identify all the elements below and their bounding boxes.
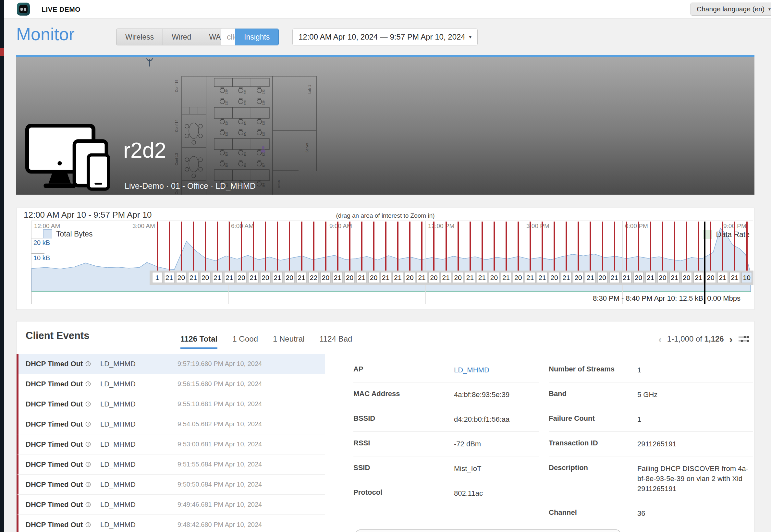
failure-count-bucket[interactable]: 20: [705, 272, 716, 283]
failure-event-bar: [229, 222, 230, 271]
failure-count-bucket[interactable]: 21: [248, 272, 259, 283]
event-settings-icon[interactable]: [738, 334, 750, 344]
detail-value: -72 dBm: [454, 439, 481, 449]
event-tab-1126-total[interactable]: 1126 Total: [180, 334, 217, 349]
x-tick-label: 12:00 AM: [34, 223, 60, 230]
failure-count-bucket[interactable]: 20: [200, 272, 211, 283]
failure-count-bucket[interactable]: 21: [609, 272, 620, 283]
failure-count-bucket[interactable]: 21: [561, 272, 572, 283]
event-row[interactable]: DHCP Timed OutLD_MHMD9:54:05.682 PM Apr …: [17, 414, 325, 434]
y-tick: [31, 238, 44, 238]
tab-wired[interactable]: Wired: [163, 29, 200, 45]
event-tab-1124-bad[interactable]: 1124 Bad: [319, 334, 352, 349]
failure-count-bucket[interactable]: 21: [465, 272, 476, 283]
failure-count-bucket[interactable]: 20: [597, 272, 608, 283]
failure-event-bar: [494, 222, 495, 271]
failure-count-bucket[interactable]: 20: [489, 272, 500, 283]
detail-value-link[interactable]: LD_MHMD: [454, 365, 489, 375]
detail-label: BSSID: [353, 414, 454, 424]
tab-wireless[interactable]: Wireless: [116, 29, 163, 45]
event-tab-1-neutral[interactable]: 1 Neutral: [273, 334, 304, 349]
failure-count-bucket[interactable]: 20: [260, 272, 271, 283]
event-row[interactable]: DHCP Timed OutLD_MHMD9:53:00.681 PM Apr …: [17, 434, 325, 454]
failure-count-bucket[interactable]: 20: [344, 272, 355, 283]
failure-count-bucket[interactable]: 1: [152, 272, 163, 283]
tab-insights[interactable]: Insights: [235, 29, 279, 45]
failure-count-bucket[interactable]: 21: [525, 272, 536, 283]
failure-count-bucket[interactable]: 20: [428, 272, 440, 283]
failure-count-bucket[interactable]: 21: [537, 272, 548, 283]
failure-count-bucket[interactable]: 21: [585, 272, 596, 283]
failure-count-bucket[interactable]: 21: [272, 272, 283, 283]
event-row[interactable]: DHCP Timed OutLD_MHMD9:57:19.680 PM Apr …: [17, 354, 325, 374]
brand-logo-icon[interactable]: [17, 3, 30, 16]
failure-count-bucket[interactable]: 21: [645, 272, 656, 283]
event-ap: LD_MHMD: [100, 521, 177, 529]
detail-value: 802.11ac: [454, 488, 483, 498]
failure-count-bucket[interactable]: 20: [549, 272, 560, 283]
failure-count-bucket[interactable]: 21: [224, 272, 235, 283]
failure-count-bucket[interactable]: 21: [356, 272, 367, 283]
failure-count-bucket[interactable]: 20: [368, 272, 379, 283]
failure-count-bucket[interactable]: 20: [681, 272, 692, 283]
next-page-button[interactable]: ›: [729, 335, 733, 343]
date-range-selector[interactable]: 12:00 AM Apr 10, 2024 — 9:57 PM Apr 10, …: [292, 29, 478, 45]
failure-count-bucket[interactable]: 20: [176, 272, 187, 283]
failure-event-bar: [566, 222, 567, 271]
failure-count-bucket[interactable]: 21: [296, 272, 307, 283]
failure-count-bucket[interactable]: 21: [380, 272, 392, 283]
event-row[interactable]: DHCP Timed OutLD_MHMD9:51:55.684 PM Apr …: [17, 454, 325, 475]
failure-count-bucket[interactable]: 21: [392, 272, 404, 283]
failure-count-bucket[interactable]: 21: [621, 272, 632, 283]
event-row[interactable]: DHCP Timed OutLD_MHMD9:55:10.681 PM Apr …: [17, 394, 325, 414]
event-row[interactable]: DHCP Timed OutLD_MHMD9:50:50.684 PM Apr …: [17, 475, 325, 495]
event-tab-1-good[interactable]: 1 Good: [232, 334, 258, 349]
failure-count-bucket[interactable]: 20: [657, 272, 668, 283]
load-more-button[interactable]: [355, 529, 621, 532]
detail-row: Failure Count1: [549, 407, 753, 431]
event-ap: LD_MHMD: [100, 440, 177, 449]
desk-number: 123: [262, 132, 265, 136]
failure-count-bucket[interactable]: 21: [717, 272, 728, 283]
event-row[interactable]: DHCP Timed OutLD_MHMD9:56:15.680 PM Apr …: [17, 374, 325, 394]
failure-count-bucket[interactable]: 21: [669, 272, 680, 283]
chart-plot[interactable]: 12:00 AM3:00 AM6:00 AM9:00 AM12:00 PM3:0…: [31, 221, 753, 304]
failure-count-bucket[interactable]: 21: [164, 272, 175, 283]
failure-count-bucket[interactable]: 10: [741, 272, 752, 283]
phone-icon: [88, 155, 108, 189]
failure-count-bucket[interactable]: 22: [308, 272, 319, 283]
failure-count-bucket[interactable]: 20: [404, 272, 416, 283]
failure-count-bucket[interactable]: 21: [440, 272, 452, 283]
page-title: Monitor: [16, 24, 75, 44]
event-row[interactable]: DHCP Timed OutLD_MHMD9:48:42.680 PM Apr …: [17, 515, 325, 532]
failure-count-bucket[interactable]: 20: [513, 272, 524, 283]
attachment-icon: [85, 461, 91, 467]
failure-count-bucket[interactable]: 21: [729, 272, 740, 283]
failure-count-bucket[interactable]: 20: [573, 272, 584, 283]
failure-count-bucket[interactable]: 21: [477, 272, 488, 283]
failure-count-bucket[interactable]: 21: [693, 272, 704, 283]
failure-count-bucket[interactable]: 21: [332, 272, 343, 283]
failure-count-bucket[interactable]: 20: [453, 272, 464, 283]
event-row[interactable]: DHCP Timed OutLD_MHMD9:49:46.681 PM Apr …: [17, 495, 325, 515]
failure-count-bucket[interactable]: 21: [501, 272, 512, 283]
detail-label: Band: [549, 390, 637, 400]
floorplan-map[interactable]: 1301311321271281291241251261211221231181…: [169, 74, 319, 195]
detail-label: Protocol: [353, 488, 454, 498]
prev-page-button[interactable]: ‹: [658, 335, 662, 343]
detail-value: 2911265191: [637, 439, 677, 449]
change-language-button[interactable]: Change language (en) ▾: [691, 3, 771, 16]
failure-count-bucket[interactable]: 20: [284, 272, 295, 283]
topbar: LIVE DEMO Change language (en) ▾: [0, 0, 771, 18]
failure-event-bar: [698, 222, 699, 271]
time-cursor[interactable]: [704, 222, 705, 304]
failure-count-bucket[interactable]: 20: [236, 272, 247, 283]
failure-count-bucket[interactable]: 20: [320, 272, 331, 283]
failure-count-bucket[interactable]: 21: [416, 272, 428, 283]
failure-count-bucket[interactable]: 20: [633, 272, 644, 283]
failure-count-bucket[interactable]: 21: [212, 272, 223, 283]
failure-event-bar: [710, 222, 711, 271]
room-label: Lab 1: [307, 85, 311, 94]
failure-count-bucket[interactable]: 21: [188, 272, 199, 283]
collapsed-nav-rail[interactable]: [0, 0, 4, 532]
